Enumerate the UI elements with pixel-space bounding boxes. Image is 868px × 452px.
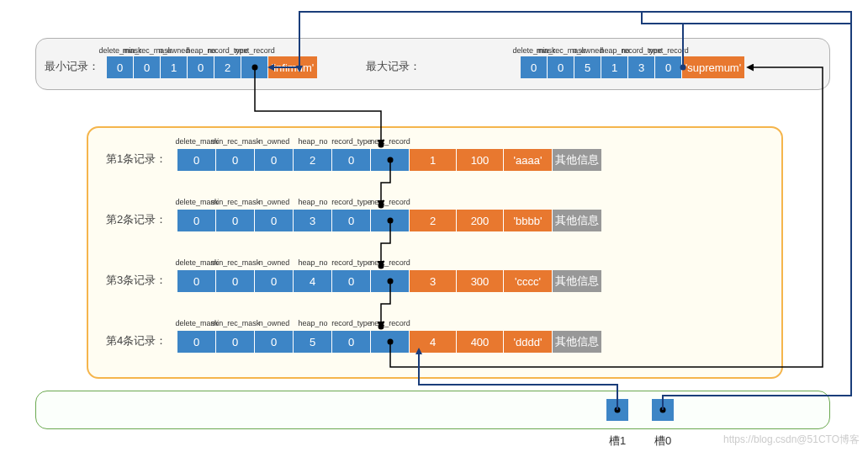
record-3-headers: delete_mask min_rec_mask n_owned heap_no… <box>177 258 410 268</box>
record-4-label-row: 第4条记录： <box>106 333 167 348</box>
slot-0-label: 槽0 <box>654 433 671 449</box>
max-record-headers: delete_mask min_rec_mask n_owned heap_no… <box>521 46 682 56</box>
record-2-label-row: 第2条记录： <box>106 212 167 227</box>
record-3-label-row: 第3条记录： <box>106 273 167 288</box>
record-label: 第3条记录： <box>106 273 167 288</box>
slot-1-label: 槽1 <box>609 433 626 449</box>
record-1-cells: 0 0 0 2 0 1 100 'aaaa' 其他信息 <box>177 149 601 171</box>
max-record-label: 最大记录： <box>366 59 421 74</box>
slot-1 <box>606 399 628 421</box>
record-label: 第4条记录： <box>106 333 167 348</box>
max-record-row: 最大记录： <box>366 59 421 74</box>
record-1-headers: delete_mask min_rec_mask n_owned heap_no… <box>177 137 410 146</box>
record-4-cells: 0 0 0 5 0 4 400 'dddd' 其他信息 <box>177 331 601 353</box>
min-record-headers: delete_mask min_rec_mask n_owned heap_no… <box>107 46 268 56</box>
panel-page-directory <box>35 391 830 429</box>
min-record-cells: 0 0 1 0 2 'infimum' <box>107 56 317 78</box>
record-1-label-row: 第1条记录： <box>106 152 167 167</box>
record-label: 第2条记录： <box>106 212 167 227</box>
record-3-cells: 0 0 0 4 0 3 300 'cccc' 其他信息 <box>177 270 601 292</box>
max-record-cells: 0 0 5 1 3 0 'supremum' <box>521 56 744 78</box>
record-label: 第1条记录： <box>106 152 167 167</box>
slot-0 <box>652 399 674 421</box>
record-2-cells: 0 0 0 3 0 2 200 'bbbb' 其他信息 <box>177 210 601 231</box>
min-record-row: 最小记录： <box>45 59 99 74</box>
min-record-label: 最小记录： <box>45 59 99 74</box>
record-4-headers: delete_mask min_rec_mask n_owned heap_no… <box>177 319 410 328</box>
watermark: https://blog.csdn@51CTO博客 <box>723 433 860 447</box>
record-2-headers: delete_mask min_rec_mask n_owned heap_no… <box>177 198 410 207</box>
